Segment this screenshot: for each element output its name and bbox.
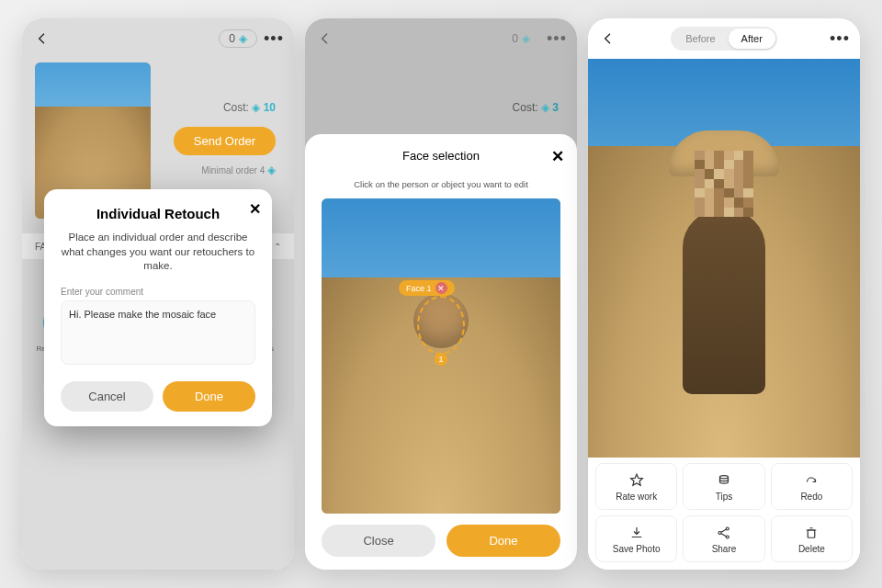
action-grid: Rate workTipsRedoSave PhotoShareDelete [588, 458, 860, 570]
more-menu[interactable]: ••• [263, 28, 285, 50]
action-share[interactable]: Share [683, 515, 764, 562]
diamond-icon: ◈ [239, 32, 247, 45]
more-menu[interactable]: ••• [829, 28, 851, 50]
diamond-count: 0 [512, 32, 518, 45]
photo-face-selection[interactable]: Face 1 ✕ 1 [322, 198, 560, 514]
phone-face-selection: 0 ◈ ••• Cost: ◈ 3 ✕ Face selection Click… [305, 18, 577, 570]
close-sheet-button[interactable]: Close [322, 525, 435, 557]
diamond-balance[interactable]: 0 ◈ [219, 29, 257, 48]
share-icon [716, 525, 732, 541]
face-number-badge[interactable]: 1 [435, 353, 447, 366]
phone-result: Before After ••• Rate workTipsRedoSave P… [588, 18, 860, 570]
topbar: 0 ◈ ••• [305, 18, 577, 59]
individual-retouch-dialog: ✕ Individual Retouch Place an individual… [44, 189, 272, 426]
action-delete[interactable]: Delete [771, 515, 853, 562]
cost-label: Cost: [513, 101, 538, 114]
action-label: Share [712, 544, 737, 554]
sheet-title: Face selection [322, 149, 560, 163]
diamond-icon: ◈ [541, 101, 549, 114]
action-redo[interactable]: Redo [771, 463, 853, 510]
sheet-hint: Click on the person or object you want t… [322, 179, 560, 189]
action-label: Redo [800, 492, 822, 502]
face-tag[interactable]: Face 1 ✕ [399, 280, 455, 296]
more-menu[interactable]: ••• [546, 28, 568, 50]
svg-point-10 [726, 536, 729, 538]
svg-point-9 [726, 527, 729, 530]
diamond-icon: ◈ [522, 32, 530, 45]
delete-icon [803, 525, 820, 541]
chevron-up-icon: ⌃ [274, 242, 281, 252]
face-outline[interactable] [417, 296, 465, 355]
svg-point-7 [719, 475, 728, 478]
dialog-title: Individual Retouch [61, 206, 255, 221]
topbar: 0 ◈ ••• [22, 18, 294, 59]
action-tips[interactable]: Tips [683, 463, 764, 510]
svg-rect-11 [808, 530, 816, 537]
action-label: Rate work [616, 492, 657, 502]
cost-label: Cost: [223, 101, 249, 114]
diamond-balance[interactable]: 0 ◈ [502, 29, 540, 48]
back-button[interactable] [314, 28, 336, 50]
back-button[interactable] [31, 28, 53, 50]
close-button[interactable]: ✕ [551, 147, 564, 166]
done-button[interactable]: Done [447, 525, 560, 557]
cost-display: Cost: ◈ 3 [513, 101, 559, 114]
before-after-toggle[interactable]: Before After [671, 27, 777, 51]
minimal-order-note: Minimal order 4 ◈ [201, 164, 276, 176]
svg-point-8 [718, 531, 721, 534]
cancel-button[interactable]: Cancel [61, 381, 153, 412]
action-rate-work[interactable]: Rate work [595, 463, 677, 510]
done-button[interactable]: Done [163, 381, 255, 412]
save-photo-icon [628, 525, 645, 541]
face-selection-sheet: ✕ Face selection Click on the person or … [305, 134, 577, 570]
phone-individual-retouch: 0 ◈ ••• Cost: ◈ 10 Send Order Minimal or… [22, 18, 294, 570]
toggle-after[interactable]: After [729, 28, 775, 49]
chevron-left-icon [601, 31, 616, 46]
cost-value: 10 [264, 101, 276, 114]
chevron-left-icon [318, 31, 333, 46]
face-tag-label: Face 1 [406, 284, 432, 293]
close-button[interactable]: ✕ [249, 200, 261, 218]
diamond-icon: ◈ [267, 164, 276, 176]
remove-face-icon[interactable]: ✕ [435, 282, 447, 294]
topbar: Before After ••• [588, 18, 860, 59]
action-label: Delete [798, 544, 825, 554]
rate-work-icon [628, 472, 645, 489]
comment-input[interactable] [61, 300, 255, 365]
diamond-icon: ◈ [252, 101, 260, 114]
dialog-description: Place an individual order and describe w… [61, 231, 255, 274]
chevron-left-icon [35, 31, 50, 46]
action-label: Save Photo [613, 544, 661, 554]
result-photo[interactable] [588, 59, 860, 458]
send-order-button[interactable]: Send Order [174, 127, 276, 155]
action-label: Tips [716, 492, 733, 502]
action-save-photo[interactable]: Save Photo [595, 515, 677, 562]
back-button[interactable] [597, 28, 619, 50]
mosaic-face-effect [695, 151, 753, 217]
cost-display: Cost: ◈ 10 [223, 101, 276, 114]
redo-icon [803, 472, 820, 489]
cost-value: 3 [552, 101, 559, 114]
tips-icon [716, 472, 732, 489]
diamond-count: 0 [229, 32, 235, 45]
comment-label: Enter your comment [61, 287, 255, 297]
toggle-before[interactable]: Before [673, 28, 728, 49]
